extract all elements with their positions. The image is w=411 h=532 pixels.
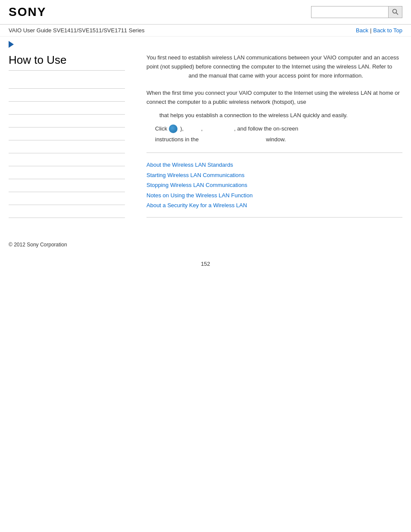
sidebar-item[interactable] xyxy=(9,76,125,89)
divider-1 xyxy=(146,152,402,153)
search-input[interactable] xyxy=(311,6,389,18)
related-link[interactable]: About a Security Key for a Wireless LAN xyxy=(146,200,402,210)
click-paren: ), xyxy=(180,124,184,134)
sidebar-item[interactable] xyxy=(9,115,125,128)
back-to-top-link[interactable]: Back to Top xyxy=(373,27,402,34)
instructions-suffix: window. xyxy=(266,135,286,144)
instruction-click-line: Click ), , , and follow the on-screen xyxy=(155,124,402,134)
sidebar-item[interactable] xyxy=(9,192,125,205)
sidebar-item[interactable] xyxy=(9,89,125,102)
paragraph-1: You first need to establish wireless LAN… xyxy=(146,53,402,80)
nav-links: Back | Back to Top xyxy=(356,27,402,34)
breadcrumb-arrow-icon xyxy=(9,41,14,48)
sidebar-item[interactable] xyxy=(9,179,125,192)
sidebar: How to Use xyxy=(9,53,134,224)
click-label: Click xyxy=(155,124,167,134)
search-area xyxy=(311,6,402,18)
sidebar-item[interactable] xyxy=(9,166,125,179)
related-links: About the Wireless LAN StandardsStarting… xyxy=(146,160,402,210)
nav-separator: | xyxy=(370,27,371,34)
click-end: , and follow the on-screen xyxy=(234,124,298,134)
copyright: © 2012 Sony Corporation xyxy=(9,242,67,248)
instructions-prefix: instructions in the xyxy=(155,135,199,144)
related-link[interactable]: Notes on Using the Wireless LAN Function xyxy=(146,190,402,200)
search-icon xyxy=(392,9,399,16)
sony-logo: SONY xyxy=(9,5,46,19)
page-number: 152 xyxy=(0,256,411,271)
content-block-1: You first need to establish wireless LAN… xyxy=(146,53,402,80)
sidebar-title: How to Use xyxy=(9,53,125,71)
svg-line-1 xyxy=(396,13,398,15)
click-comma: , xyxy=(201,124,203,134)
related-link[interactable]: About the Wireless LAN Standards xyxy=(146,160,402,170)
back-link[interactable]: Back xyxy=(356,27,368,34)
content-area: How to Use You first need to establish w… xyxy=(0,49,411,233)
paragraph-2: When the first time you connect your VAI… xyxy=(146,89,402,107)
footer: © 2012 Sony Corporation xyxy=(0,233,411,256)
content-block-2: When the first time you connect your VAI… xyxy=(146,89,402,144)
breadcrumb xyxy=(0,37,411,49)
sidebar-item[interactable] xyxy=(9,140,125,153)
sidebar-item[interactable] xyxy=(9,128,125,140)
sidebar-item[interactable] xyxy=(9,153,125,166)
divider-2 xyxy=(146,217,402,218)
header: SONY xyxy=(0,0,411,25)
related-link[interactable]: Stopping Wireless LAN Communications xyxy=(146,180,402,190)
paragraph-2-mid: that helps you establish a connection to… xyxy=(159,111,402,120)
main-content: You first need to establish wireless LAN… xyxy=(134,53,402,224)
globe-icon xyxy=(169,124,177,133)
nav-bar: VAIO User Guide SVE1411/SVE1511/SVE1711 … xyxy=(0,25,411,37)
svg-point-0 xyxy=(392,9,396,13)
sidebar-item[interactable] xyxy=(9,102,125,115)
sidebar-item[interactable] xyxy=(9,205,125,218)
instruction-window-line: instructions in the window. xyxy=(155,135,402,144)
nav-title: VAIO User Guide SVE1411/SVE1511/SVE1711 … xyxy=(9,27,145,34)
related-link[interactable]: Starting Wireless LAN Communications xyxy=(146,170,402,180)
search-button[interactable] xyxy=(389,6,402,18)
